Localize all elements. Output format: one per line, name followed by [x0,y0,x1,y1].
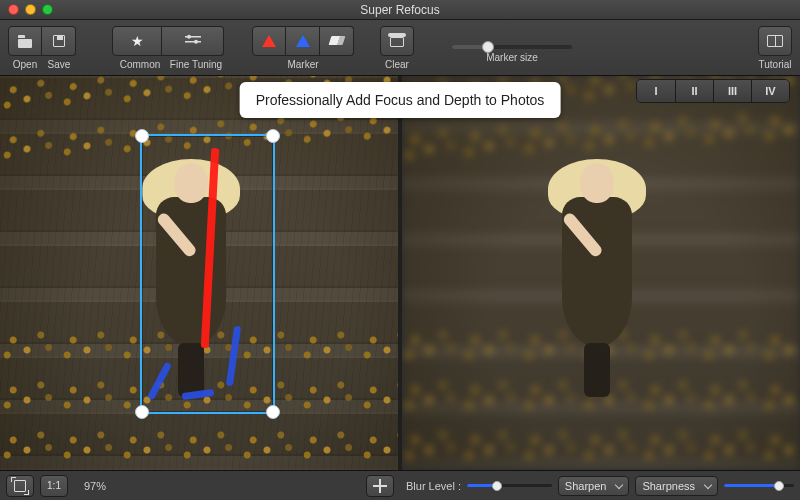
mode-common-button[interactable]: ★ [112,26,162,56]
save-label: Save [42,59,76,70]
preset-tab-2[interactable]: II [675,80,713,102]
sharpness-dropdown-label: Sharpness [642,480,695,492]
open-button[interactable] [8,26,42,56]
star-icon: ★ [131,34,144,48]
preview-pane[interactable]: I II III IV [402,76,800,470]
mode-fine-tuning-button[interactable] [162,26,224,56]
marker-size-slider[interactable] [452,45,572,49]
save-icon [53,35,65,47]
folder-open-icon [17,33,33,49]
sharpen-dropdown[interactable]: Sharpen [558,476,630,496]
triangle-blue-icon [296,35,310,47]
open-label: Open [8,59,42,70]
feature-callout: Professionally Add Focus and Depth to Ph… [240,82,561,118]
background-stroke [147,362,172,401]
window-controls [8,4,53,15]
workspace: Professionally Add Focus and Depth to Ph… [0,76,800,470]
sharpness-dropdown[interactable]: Sharpness [635,476,718,496]
preset-tab-4[interactable]: IV [751,80,789,102]
selection-handle-bl[interactable] [135,405,149,419]
fit-screen-button[interactable] [6,475,34,497]
marker-eraser-button[interactable] [320,26,354,56]
marker-foreground-button[interactable] [252,26,286,56]
zoom-window-button[interactable] [42,4,53,15]
marker-size-label: Marker size [486,52,538,63]
marker-group-label: Marker [287,59,318,70]
sliders-icon [184,34,202,48]
source-pane[interactable] [0,76,398,470]
marker-background-button[interactable] [286,26,320,56]
triangle-red-icon [262,35,276,47]
close-window-button[interactable] [8,4,19,15]
foreground-stroke [201,148,219,348]
tutorial-button[interactable] [758,26,792,56]
toolbar: Open Save ★ Common Fine Tuning Marker Cl… [0,20,800,76]
clear-button[interactable] [380,26,414,56]
minimize-window-button[interactable] [25,4,36,15]
mode-fine-label: Fine Tuning [168,59,224,70]
preset-tabs: I II III IV [636,79,790,103]
fit-icon [14,480,26,492]
pan-button[interactable] [366,475,394,497]
eraser-icon [328,36,345,45]
window-title: Super Refocus [0,3,800,17]
background-stroke [182,389,215,400]
blur-level-label: Blur Level : [406,480,461,492]
selection-handle-br[interactable] [266,405,280,419]
preset-tab-3[interactable]: III [713,80,751,102]
selection-rectangle[interactable] [140,134,275,414]
sharpness-slider[interactable] [724,484,794,487]
blur-level-slider[interactable] [467,484,552,487]
zoom-percentage: 97% [84,480,106,492]
clear-label: Clear [385,59,409,70]
preset-tab-1[interactable]: I [637,80,675,102]
background-stroke [226,326,241,386]
book-icon [767,35,783,47]
titlebar: Super Refocus [0,0,800,20]
mode-common-label: Common [112,59,168,70]
preview-controlbar: Blur Level : Sharpen Sharpness [400,470,800,500]
sharpen-dropdown-label: Sharpen [565,480,607,492]
svg-point-2 [187,34,191,38]
move-icon [373,479,387,493]
svg-point-3 [194,39,198,43]
save-button[interactable] [42,26,76,56]
source-statusbar: 1:1 97% [0,470,400,500]
selection-handle-tl[interactable] [135,129,149,143]
trash-icon [390,37,404,47]
tutorial-label: Tutorial [759,59,792,70]
preview-subject-sharp [552,163,642,403]
svg-rect-1 [185,41,201,43]
selection-handle-tr[interactable] [266,129,280,143]
actual-size-button[interactable]: 1:1 [40,475,68,497]
